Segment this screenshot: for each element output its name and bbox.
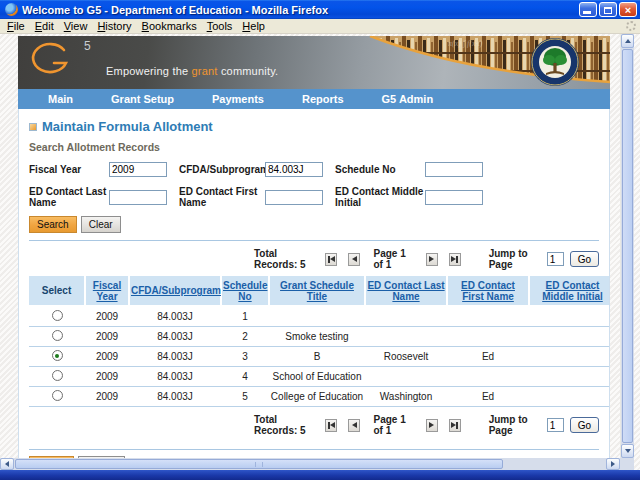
close-button[interactable]: ×: [619, 2, 637, 17]
nav-item-g5-admin[interactable]: G5 Admin: [382, 93, 434, 105]
cell-cfda: 84.003J: [129, 347, 221, 367]
cell-last-name: [365, 327, 447, 347]
cell-middle-initial: [529, 347, 610, 367]
cell-cfda: 84.003J: [129, 306, 221, 327]
cell-fiscal-year: 2009: [85, 327, 129, 347]
cell-first-name: [447, 327, 529, 347]
scroll-down-arrow[interactable]: [621, 444, 634, 458]
jump-to-page-input[interactable]: [547, 418, 564, 432]
scroll-up-arrow[interactable]: [621, 34, 634, 48]
clear-button[interactable]: Clear: [81, 216, 121, 233]
minimize-button[interactable]: [579, 2, 597, 17]
prev-page-button[interactable]: [348, 253, 360, 266]
cell-last-name: [365, 306, 447, 327]
search-button[interactable]: Search: [29, 216, 77, 233]
menu-edit[interactable]: Edit: [30, 20, 59, 32]
col-header-select: Select: [42, 285, 71, 296]
horizontal-scrollbar[interactable]: [0, 458, 620, 470]
math-formula-decoration: π(x) ∫ f(x·t): [448, 39, 483, 48]
fiscal-year-input[interactable]: [109, 162, 167, 177]
col-header-ed-contact-first-name[interactable]: ED Contact First Name: [461, 280, 515, 302]
cell-fiscal-year: 2009: [85, 387, 129, 407]
next-page-button[interactable]: [426, 253, 438, 266]
prev-page-button[interactable]: [348, 419, 360, 432]
col-header-ed-contact-middle-initial[interactable]: ED Contact Middle Initial: [542, 280, 603, 302]
activity-indicator-icon: [626, 21, 636, 31]
go-button[interactable]: Go: [570, 251, 599, 267]
window-title: Welcome to G5 - Department of Education …: [22, 4, 579, 16]
next-page-button[interactable]: [426, 419, 438, 432]
search-form-row-1: Fiscal Year CFDA/Subprogram Schedule No: [29, 162, 599, 177]
menu-bookmarks[interactable]: Bookmarks: [137, 20, 202, 32]
cell-last-name: Washington: [365, 387, 447, 407]
scroll-right-arrow[interactable]: [606, 458, 620, 470]
schedule-no-label: Schedule No: [335, 164, 425, 175]
cell-middle-initial: [529, 387, 610, 407]
menu-bar: File Edit View History Bookmarks Tools H…: [0, 19, 640, 34]
row-select-radio[interactable]: [52, 370, 63, 381]
g5-logo-sup: 5: [84, 39, 91, 53]
col-header-fiscal-year[interactable]: Fiscal Year: [93, 280, 121, 302]
col-header-ed-contact-last-name[interactable]: ED Contact Last Name: [367, 280, 444, 302]
jump-to-page-input[interactable]: [547, 252, 564, 266]
menu-history[interactable]: History: [92, 20, 136, 32]
cfda-subprogram-input[interactable]: [265, 162, 323, 177]
actions-divider: [29, 449, 599, 450]
ed-contact-middle-initial-input[interactable]: [425, 190, 483, 205]
cell-first-name: Ed: [447, 387, 529, 407]
cfda-subprogram-label: CFDA/Subprogram: [179, 164, 265, 175]
nav-item-payments[interactable]: Payments: [212, 93, 264, 105]
cell-first-name: [447, 367, 529, 387]
window-bottom-border: [0, 470, 640, 480]
vertical-scrollbar[interactable]: [620, 34, 634, 458]
row-select-radio[interactable]: [52, 310, 63, 321]
nav-item-grant-setup[interactable]: Grant Setup: [111, 93, 174, 105]
cell-title: College of Education: [269, 387, 365, 407]
education-seal: [531, 38, 579, 86]
table-row: 2009 84.003J 5 College of Education Wash…: [29, 387, 610, 407]
nav-item-reports[interactable]: Reports: [302, 93, 344, 105]
col-header-grant-schedule-title[interactable]: Grant Schedule Title: [280, 280, 354, 302]
ed-contact-last-name-input[interactable]: [109, 190, 167, 205]
first-page-button[interactable]: [325, 419, 337, 432]
page-indicator: Page 1 of 1: [373, 414, 414, 436]
schedule-no-input[interactable]: [425, 162, 483, 177]
total-records-label: Total Records: 5: [254, 248, 314, 270]
restore-button[interactable]: [599, 2, 617, 17]
row-select-radio[interactable]: [52, 390, 63, 401]
cell-middle-initial: [529, 367, 610, 387]
nav-item-main[interactable]: Main: [48, 93, 73, 105]
ed-contact-first-name-label: ED Contact First Name: [179, 186, 265, 208]
row-select-radio[interactable]: [52, 350, 63, 361]
menu-help[interactable]: Help: [237, 20, 270, 32]
browser-window: Welcome to G5 - Department of Education …: [0, 0, 640, 480]
cell-schedule-no: 1: [221, 306, 269, 327]
vertical-scrollbar-thumb[interactable]: [622, 49, 633, 443]
cell-title: [269, 306, 365, 327]
page-title: Maintain Formula Allotment: [42, 119, 213, 134]
row-select-radio[interactable]: [52, 330, 63, 341]
cell-schedule-no: 4: [221, 367, 269, 387]
cell-title: School of Education: [269, 367, 365, 387]
menu-file[interactable]: File: [2, 20, 30, 32]
menu-view[interactable]: View: [59, 20, 93, 32]
last-page-button[interactable]: [449, 419, 461, 432]
cell-last-name: [365, 367, 447, 387]
table-row: 2009 84.003J 3 B Roosevelt Ed: [29, 347, 610, 367]
horizontal-scrollbar-thumb[interactable]: [15, 459, 503, 469]
go-button[interactable]: Go: [570, 417, 599, 433]
cell-schedule-no: 5: [221, 387, 269, 407]
first-page-button[interactable]: [325, 253, 337, 266]
menu-tools[interactable]: Tools: [202, 20, 238, 32]
cell-first-name: Ed: [447, 347, 529, 367]
col-header-schedule-no[interactable]: Schedule No: [223, 280, 267, 302]
table-row: 2009 84.003J 2 Smoke testing: [29, 327, 610, 347]
table-header-row: Select Fiscal Year CFDA/Subprogram Sched…: [29, 276, 610, 306]
col-header-cfda-subprogram[interactable]: CFDA/Subprogram: [131, 285, 221, 296]
cell-middle-initial: [529, 327, 610, 347]
ed-contact-first-name-input[interactable]: [265, 190, 323, 205]
scroll-left-arrow[interactable]: [0, 458, 14, 470]
tagline-grant-highlight: grant: [192, 65, 218, 77]
ed-contact-last-name-label: ED Contact Last Name: [29, 186, 109, 208]
last-page-button[interactable]: [449, 253, 461, 266]
